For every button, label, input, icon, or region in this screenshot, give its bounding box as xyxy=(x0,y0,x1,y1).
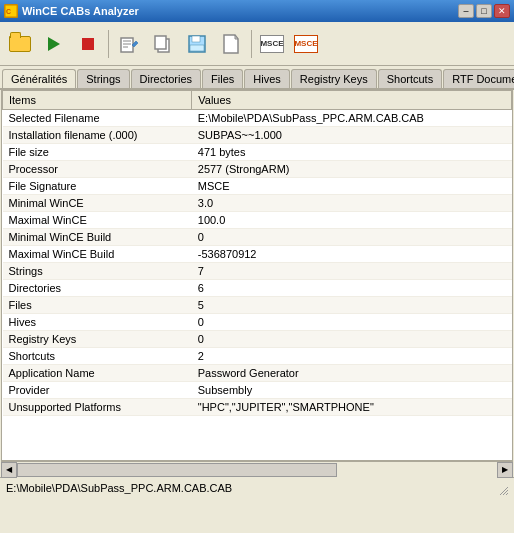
tab-hives[interactable]: Hives xyxy=(244,69,290,88)
table-cell-item: Unsupported Platforms xyxy=(3,399,192,416)
data-table: Items Values Selected FilenameE:\Mobile\… xyxy=(2,90,512,416)
table-cell-value: 0 xyxy=(192,229,512,246)
table-cell-value: Subsembly xyxy=(192,382,512,399)
table-cell-value: Password Generator xyxy=(192,365,512,382)
table-cell-item: Provider xyxy=(3,382,192,399)
save-button[interactable] xyxy=(181,28,213,60)
table-row: Unsupported Platforms"HPC","JUPITER","SM… xyxy=(3,399,512,416)
table-row: Minimal WinCE Build0 xyxy=(3,229,512,246)
table-cell-item: File size xyxy=(3,144,192,161)
table-cell-value: 100.0 xyxy=(192,212,512,229)
save-icon xyxy=(187,34,207,54)
table-cell-item: Processor xyxy=(3,161,192,178)
tab-shortcuts[interactable]: Shortcuts xyxy=(378,69,442,88)
toolbar-separator-2 xyxy=(251,30,252,58)
doc-button[interactable] xyxy=(215,28,247,60)
tab-rtf-document[interactable]: RTF Docume... xyxy=(443,69,514,88)
stop-button[interactable] xyxy=(72,28,104,60)
svg-rect-11 xyxy=(190,45,204,51)
table-cell-value: E:\Mobile\PDA\SubPass_PPC.ARM.CAB.CAB xyxy=(192,110,512,127)
scroll-left-button[interactable]: ◀ xyxy=(1,462,17,478)
table-row: Strings7 xyxy=(3,263,512,280)
table-cell-value: 0 xyxy=(192,331,512,348)
col-header-items: Items xyxy=(3,91,192,110)
svg-rect-2 xyxy=(121,38,133,52)
horizontal-scrollbar[interactable]: ◀ ▶ xyxy=(1,461,513,477)
col-header-values: Values xyxy=(192,91,512,110)
table-row: Installation filename (.000)SUBPAS~~1.00… xyxy=(3,127,512,144)
tab-registry-keys[interactable]: Registry Keys xyxy=(291,69,377,88)
folder-icon xyxy=(9,36,31,52)
table-row: Minimal WinCE3.0 xyxy=(3,195,512,212)
table-cell-item: Strings xyxy=(3,263,192,280)
table-cell-value: 471 bytes xyxy=(192,144,512,161)
table-row: File SignatureMSCE xyxy=(3,178,512,195)
table-cell-item: Minimal WinCE Build xyxy=(3,229,192,246)
table-cell-item: Hives xyxy=(3,314,192,331)
svg-rect-10 xyxy=(192,36,200,42)
minimize-button[interactable]: – xyxy=(458,4,474,18)
scroll-thumb[interactable] xyxy=(17,463,337,477)
title-bar-left: C WinCE CABs Analyzer xyxy=(4,4,139,18)
open-button[interactable] xyxy=(4,28,36,60)
stop-icon xyxy=(82,38,94,50)
table-cell-value: 3.0 xyxy=(192,195,512,212)
table-cell-value: MSCE xyxy=(192,178,512,195)
table-cell-item: Maximal WinCE Build xyxy=(3,246,192,263)
table-row: Files5 xyxy=(3,297,512,314)
window-title: WinCE CABs Analyzer xyxy=(22,5,139,17)
table-cell-value: 2577 (StrongARM) xyxy=(192,161,512,178)
svg-line-16 xyxy=(506,493,508,495)
table-row: Maximal WinCE100.0 xyxy=(3,212,512,229)
svg-marker-13 xyxy=(235,35,238,39)
tab-strings[interactable]: Strings xyxy=(77,69,129,88)
scroll-track[interactable] xyxy=(17,462,497,478)
table-cell-item: Files xyxy=(3,297,192,314)
window-controls[interactable]: – □ ✕ xyxy=(458,4,510,18)
table-row: Selected FilenameE:\Mobile\PDA\SubPass_P… xyxy=(3,110,512,127)
close-button[interactable]: ✕ xyxy=(494,4,510,18)
tab-generalites[interactable]: Généralités xyxy=(2,69,76,90)
table-cell-value: "HPC","JUPITER","SMARTPHONE" xyxy=(192,399,512,416)
run-button[interactable] xyxy=(38,28,70,60)
table-cell-item: Selected Filename xyxy=(3,110,192,127)
msce1-button[interactable]: MSCE xyxy=(256,28,288,60)
table-container[interactable]: Items Values Selected FilenameE:\Mobile\… xyxy=(2,90,512,460)
tab-files[interactable]: Files xyxy=(202,69,243,88)
toolbar-separator-1 xyxy=(108,30,109,58)
table-cell-value: 7 xyxy=(192,263,512,280)
table-cell-value: -536870912 xyxy=(192,246,512,263)
toolbar: MSCE MSCE xyxy=(0,22,514,66)
copy-icon xyxy=(153,34,173,54)
resize-grip xyxy=(494,481,508,495)
table-cell-value: 0 xyxy=(192,314,512,331)
table-cell-item: File Signature xyxy=(3,178,192,195)
svg-text:C: C xyxy=(6,8,11,15)
scroll-right-button[interactable]: ▶ xyxy=(497,462,513,478)
copy-button[interactable] xyxy=(147,28,179,60)
table-cell-value: 5 xyxy=(192,297,512,314)
table-row: File size471 bytes xyxy=(3,144,512,161)
table-row: Registry Keys0 xyxy=(3,331,512,348)
status-bar: E:\Mobile\PDA\SubPass_PPC.ARM.CAB.CAB xyxy=(0,477,514,497)
table-row: Hives0 xyxy=(3,314,512,331)
msce2-button[interactable]: MSCE xyxy=(290,28,322,60)
msce2-icon: MSCE xyxy=(294,35,318,53)
table-row: Shortcuts2 xyxy=(3,348,512,365)
edit-button[interactable] xyxy=(113,28,145,60)
edit-icon xyxy=(119,34,139,54)
table-row: Maximal WinCE Build-536870912 xyxy=(3,246,512,263)
svg-rect-8 xyxy=(155,36,166,49)
play-icon xyxy=(48,37,60,51)
table-cell-item: Minimal WinCE xyxy=(3,195,192,212)
table-row: Directories6 xyxy=(3,280,512,297)
table-cell-item: Shortcuts xyxy=(3,348,192,365)
msce1-icon: MSCE xyxy=(260,35,284,53)
tab-directories[interactable]: Directories xyxy=(131,69,202,88)
table-cell-item: Application Name xyxy=(3,365,192,382)
status-path: E:\Mobile\PDA\SubPass_PPC.ARM.CAB.CAB xyxy=(6,482,232,494)
maximize-button[interactable]: □ xyxy=(476,4,492,18)
table-cell-value: SUBPAS~~1.000 xyxy=(192,127,512,144)
table-cell-value: 2 xyxy=(192,348,512,365)
table-cell-item: Registry Keys xyxy=(3,331,192,348)
